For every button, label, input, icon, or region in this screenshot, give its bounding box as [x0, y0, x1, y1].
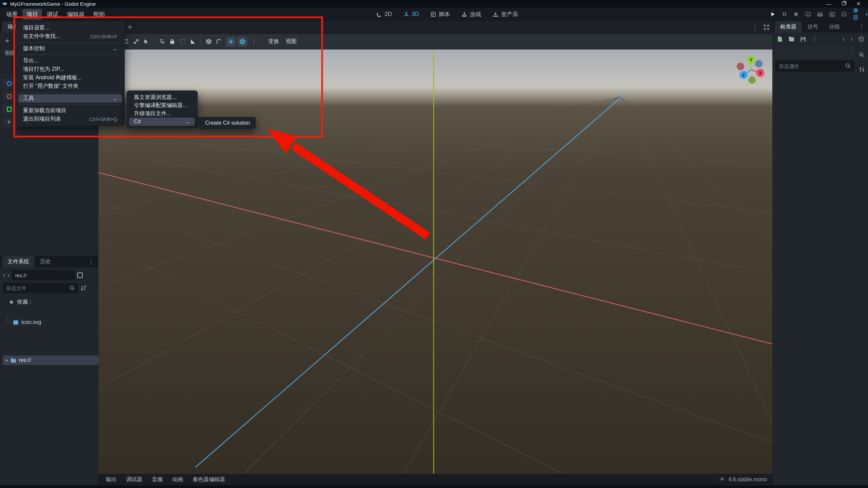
menu-project[interactable]: 项目	[22, 9, 42, 20]
minimize-button[interactable]: —	[821, 0, 836, 7]
tab-2d[interactable]: 2D	[373, 9, 395, 19]
tab-script[interactable]: 脚本	[427, 9, 453, 20]
inspector-dock-menu-icon[interactable]: ⋮	[855, 21, 868, 33]
axis-gizmo[interactable]: Y X Z	[730, 49, 772, 91]
history-back-icon[interactable]: ‹	[842, 35, 845, 43]
load-resource-icon[interactable]	[788, 36, 795, 42]
window-title: MyGFrameworkGame - Godot Engine	[10, 1, 96, 7]
list-select-icon[interactable]	[141, 37, 151, 47]
group-icon[interactable]	[177, 37, 188, 47]
new-resource-icon[interactable]	[777, 36, 783, 42]
menu-scene[interactable]: 场景	[2, 9, 22, 20]
window-bottom-strip	[0, 485, 868, 488]
collapse-icon[interactable]: ▾	[5, 358, 8, 363]
filter-properties-input[interactable]	[775, 60, 854, 72]
sort-files-icon[interactable]	[81, 285, 87, 291]
resource-extra-icon[interactable]: ⋮	[811, 35, 817, 43]
close-button[interactable]: ×	[851, 0, 866, 7]
tab-game[interactable]: 游戏	[458, 9, 485, 20]
tab-history[interactable]: 历史	[35, 256, 56, 267]
file-label: icon.svg	[21, 319, 41, 325]
tab-signals[interactable]: 信号	[802, 21, 824, 33]
favorites-star-icon: ★	[9, 299, 14, 306]
menu-item-open-user-data-folder[interactable]: 打开 “用户数据” 文件夹	[18, 82, 122, 90]
preview-sunlight-icon[interactable]	[226, 37, 236, 47]
menu-item-create-csharp-solution[interactable]: Create C# solution	[200, 119, 253, 127]
play-custom-scene-button[interactable]	[829, 11, 835, 18]
panel-audio[interactable]: 音频	[147, 474, 167, 485]
open-docs-icon[interactable]	[859, 52, 865, 58]
plus-icon: +	[7, 118, 11, 126]
lock-icon[interactable]	[167, 37, 177, 47]
folder-icon	[11, 358, 16, 363]
tab-assetlib[interactable]: 资产库	[489, 9, 521, 20]
scale-mode-icon[interactable]	[131, 37, 141, 47]
edit-history-icon[interactable]	[858, 36, 865, 42]
scene-tab-list-icon[interactable]: ⋮	[752, 24, 758, 31]
tab-filesystem[interactable]: 文件系统	[2, 256, 35, 267]
script-workspace-icon	[430, 12, 436, 17]
path-input[interactable]	[12, 270, 75, 280]
menu-item-engine-compile-config[interactable]: 引擎编译配置编辑器...	[129, 101, 195, 109]
snap-icon[interactable]	[203, 37, 214, 47]
menu-item-tools[interactable]: 工具→	[18, 94, 122, 103]
joint-icon[interactable]	[214, 37, 224, 47]
menu-item-find-in-files[interactable]: 在文件中查找...Ctrl+Shift+F	[18, 32, 122, 41]
play-scene-button[interactable]	[817, 11, 823, 18]
expand-viewport-icon[interactable]	[764, 24, 769, 30]
movie-maker-button[interactable]	[841, 11, 847, 18]
viewport-3d[interactable]: Y X Z	[98, 49, 772, 474]
history-forward-icon[interactable]: ›	[850, 35, 853, 43]
select-list-icon[interactable]	[157, 37, 167, 47]
ui-scene-icon	[7, 107, 12, 112]
menu-item-orphan-resource-explorer[interactable]: 孤立资源浏览器...	[129, 93, 195, 101]
menu-item-version-control[interactable]: 版本控制→	[18, 44, 122, 53]
tree-item-icon-svg[interactable]: icon.svg	[1, 318, 97, 327]
property-tools-icon[interactable]	[859, 66, 865, 73]
menu-item-csharp[interactable]: C#→	[129, 118, 195, 126]
transform-menu[interactable]: 变换	[265, 37, 282, 46]
menu-item-quit-to-project-list[interactable]: 退出到项目列表Ctrl+Shift+Q	[18, 115, 122, 123]
main-screen-area: + ⋮ ⋮ 变换 视图	[98, 21, 772, 474]
filter-files-input[interactable]	[3, 283, 78, 293]
panel-output[interactable]: 输出	[101, 474, 121, 485]
menu-item-install-android-template[interactable]: 安装 Android 构建模板...	[18, 74, 122, 82]
nav-forward-icon[interactable]: ›	[7, 271, 9, 279]
menu-item-upgrade-project-files[interactable]: 升级项目文件...	[129, 109, 195, 118]
panel-shader-editor[interactable]: 着色器编辑器	[188, 474, 230, 485]
menu-item-reload-project[interactable]: 重新加载当前项目	[18, 106, 122, 115]
renderer-dropdown[interactable]: 兼容 ∨	[853, 7, 868, 21]
stop-button[interactable]	[793, 11, 799, 17]
menu-help[interactable]: 帮助	[89, 9, 109, 20]
panel-animation[interactable]: 动画	[167, 474, 188, 485]
viewport-extra-options-icon[interactable]: ⋮	[249, 37, 259, 47]
submenu-arrow-icon: →	[112, 46, 117, 52]
menu-debug[interactable]: 调试	[43, 9, 62, 20]
z-axis-line	[195, 94, 625, 467]
viewport-toolbar: ⋮ 变换 视图	[98, 34, 772, 49]
tab-groups[interactable]: 分组	[824, 21, 845, 33]
nav-back-icon[interactable]: ‹	[3, 271, 5, 279]
view-menu[interactable]: 视图	[282, 37, 300, 46]
menu-item-project-settings[interactable]: 项目设置...	[18, 24, 122, 32]
ruler-icon[interactable]	[188, 37, 198, 47]
tree-item-res-root[interactable]: ▾ res://	[3, 355, 98, 365]
new-scene-tab-button[interactable]: +	[127, 22, 132, 32]
version-label: 4.6.stable.mono	[728, 476, 767, 483]
split-view-icon[interactable]	[77, 272, 83, 278]
filesystem-dock-menu-icon[interactable]: ⋮	[84, 256, 98, 267]
menu-item-export[interactable]: 导出...	[18, 57, 122, 65]
project-menu-popup: 项目设置... 在文件中查找...Ctrl+Shift+F 版本控制→ 导出..…	[16, 21, 125, 126]
play-button[interactable]	[770, 11, 776, 17]
tab-inspector[interactable]: 检查器	[775, 21, 802, 33]
save-resource-icon[interactable]	[800, 36, 806, 42]
preview-environment-icon[interactable]	[237, 37, 248, 47]
pause-button[interactable]	[782, 11, 788, 17]
menu-editor[interactable]: 编辑器	[63, 9, 88, 20]
panel-debugger[interactable]: 调试器	[121, 474, 147, 485]
play-remote-button[interactable]	[805, 11, 811, 18]
restore-button[interactable]	[836, 0, 851, 7]
tab-3d[interactable]: 3D	[400, 9, 422, 19]
menu-item-pack-zip[interactable]: 项目打包为 ZIP...	[18, 65, 122, 74]
notification-bell-icon[interactable]	[719, 477, 725, 482]
